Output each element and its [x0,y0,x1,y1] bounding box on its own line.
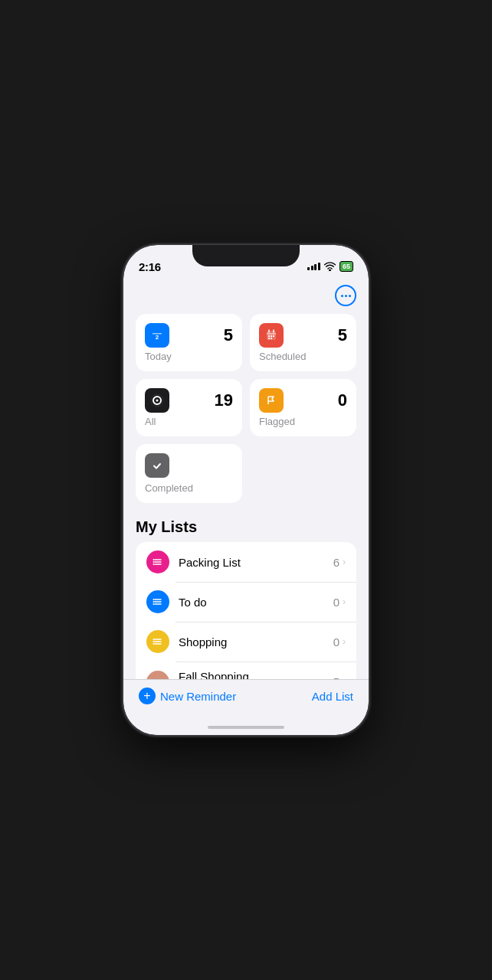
bottom-bar: + New Reminder Add List [123,679,369,720]
svg-point-29 [153,603,155,605]
svg-point-27 [153,599,155,600]
completed-icon [145,453,169,478]
svg-point-22 [153,561,155,563]
todo-chevron-icon: › [343,596,346,607]
signal-bar-3 [314,264,317,270]
scheduled-card[interactable]: 5 Scheduled [250,314,356,371]
svg-rect-16 [264,394,278,407]
signal-bars [307,263,320,270]
today-label: Today [145,351,233,362]
scheduled-icon [259,323,284,348]
flagged-card[interactable]: 0 Flagged [250,379,356,436]
todo-list-info: To do [179,596,333,609]
completed-label: Completed [145,482,233,494]
add-reminder-icon: + [139,688,156,704]
svg-text:2: 2 [156,334,159,341]
packing-list-count: 6 [333,556,339,569]
packing-list-info: Packing List [179,556,333,569]
svg-point-15 [156,400,159,402]
new-reminder-label: New Reminder [160,690,236,703]
today-icon: 2 [145,323,169,348]
status-time: 2:16 [139,260,161,273]
today-count: 5 [224,325,233,345]
shopping-list-count: 0 [333,635,339,648]
list-item-packing[interactable]: Packing List 6 › [136,542,356,582]
packing-list-name: Packing List [179,556,333,569]
fall-shopping-count: 5 [333,675,339,679]
status-icons: 65 [307,261,353,272]
shopping-chevron-icon: › [343,636,346,647]
flagged-count: 0 [338,390,347,410]
new-reminder-button[interactable]: + New Reminder [139,688,236,704]
battery-level: 65 [339,261,353,272]
signal-bar-2 [311,266,313,270]
shopping-list-meta: 0 › [333,635,346,648]
lists-container: Packing List 6 › [136,542,356,679]
all-icon [145,388,169,413]
completed-card[interactable]: Completed [136,444,242,503]
todo-list-icon [146,590,169,613]
svg-point-35 [153,643,155,645]
wifi-icon [324,262,336,271]
more-button[interactable] [335,285,356,306]
today-card[interactable]: 2 5 Today [136,314,242,371]
flagged-label: Flagged [259,416,347,427]
fall-shopping-info: Fall Shopping Shared with Haley [179,670,333,679]
home-bar [208,726,284,729]
my-lists-title: My Lists [136,518,356,536]
shopping-list-icon [146,630,169,653]
flagged-icon [259,388,284,413]
packing-chevron-icon: › [343,557,346,567]
scheduled-label: Scheduled [259,351,347,362]
list-item-shopping[interactable]: Shopping 0 › [136,622,356,662]
svg-rect-10 [273,335,274,337]
all-card[interactable]: 19 All [136,379,242,436]
svg-point-34 [153,641,155,642]
svg-point-17 [150,459,164,472]
fall-shopping-meta: 5 › [333,675,346,679]
svg-rect-11 [268,338,270,339]
fall-shopping-name: Fall Shopping [179,670,333,679]
shopping-list-info: Shopping [179,635,333,648]
svg-point-23 [153,564,155,565]
all-label: All [145,416,233,427]
list-item-todo[interactable]: To do 0 › [136,582,356,622]
todo-list-count: 0 [333,596,339,609]
all-count: 19 [215,390,233,410]
svg-rect-9 [271,335,272,337]
fall-shopping-chevron-icon: › [343,677,346,680]
packing-list-icon [146,550,169,573]
signal-bar-4 [318,263,320,270]
svg-rect-12 [271,338,272,339]
shopping-list-name: Shopping [179,635,333,648]
list-item-fall-shopping[interactable]: Fall Shopping Shared with Haley 5 › [136,662,356,679]
three-dots-icon [341,295,351,297]
packing-list-meta: 6 › [333,556,346,569]
todo-list-name: To do [179,596,333,609]
scheduled-count: 5 [338,325,347,345]
smart-lists-grid: 2 5 Today [136,314,356,436]
svg-point-28 [153,601,155,603]
signal-bar-1 [307,267,310,270]
fall-shopping-icon [146,671,169,680]
add-list-button[interactable]: Add List [312,690,353,703]
main-content: 2 5 Today [123,279,369,679]
todo-list-meta: 0 › [333,596,346,609]
svg-point-33 [153,639,155,640]
home-indicator [123,720,369,735]
svg-point-39 [153,679,155,680]
svg-point-21 [153,559,155,560]
svg-rect-8 [268,335,270,337]
